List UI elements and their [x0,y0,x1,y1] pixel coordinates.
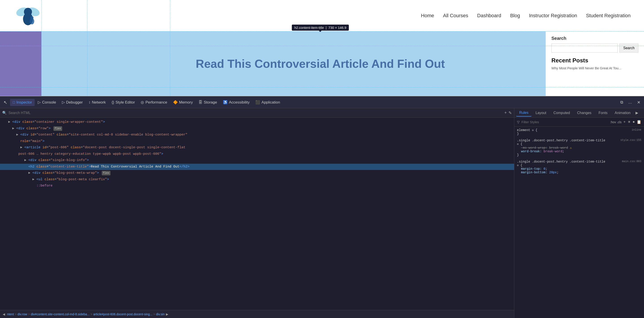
search-html-input[interactable] [8,111,502,115]
accessibility-icon: ♿ [223,100,228,105]
dark-mode-icon[interactable]: ● [632,120,635,124]
style-rule-1-selector: .single .docent-post.hentry .content-ite… [517,139,641,142]
style-editor-icon: {} [112,100,114,105]
devtools-panel: ↖ □ Inspector ▷ Console ▷ Debugger ↕ Net… [0,96,644,318]
tree-line[interactable]: ▶ <div id="content" class="site-content … [0,132,514,138]
style-prop-2-1: margin-top: 0; [521,167,641,171]
performance-icon: ◎ [141,100,144,105]
tab-animation[interactable]: Animation [612,110,634,116]
tree-line[interactable]: post-606 … hentry category-education typ… [0,151,514,158]
breadcrumb-content[interactable]: ntent [7,312,14,316]
sidebar-left [0,31,41,96]
devtools-debugger-tab[interactable]: ▷ Debugger [59,98,86,106]
pseudo-class-label: :hov .cls [610,120,622,124]
tree-line[interactable]: role="main"> [0,138,514,145]
style-rule-selector: element ⚙ { inline [517,128,641,132]
style-prop-2-2: margin-bottom: 20px; [521,171,641,174]
styles-content: element ⚙ { inline } .single .docent-pos… [514,126,644,318]
style-rule-close: } [517,132,641,136]
style-source-2: main.css:803 [622,160,641,163]
tree-line[interactable]: ▶ <ul class="blog-post-meta clearfix"> [0,176,514,183]
nav-home[interactable]: Home [421,13,434,18]
html-panel: 🔍 + ✎ ▶ <div class="container single-wra… [0,108,514,318]
tree-line[interactable]: ▶ <div class="row"> flex [0,126,514,132]
devtools-network-tab[interactable]: ↕ Network [86,99,108,106]
website-preview: Home All Courses Dashboard Blog Instruct… [0,0,644,96]
gear-icon-1[interactable]: ⚙ [517,143,518,146]
light-mode-icon[interactable]: ☀ [628,120,631,124]
add-rule-icon[interactable]: + [624,120,626,124]
debugger-label: Debugger [66,100,83,105]
devtools-inspector-tab[interactable]: □ Inspector [10,99,35,106]
nav-instructor-registration[interactable]: Instructor Registration [529,13,577,18]
breadcrumb-div-sin[interactable]: div.sin [156,312,165,316]
application-icon: ⬛ [255,100,260,105]
tab-layout[interactable]: Layout [532,110,550,116]
search-input[interactable] [552,44,618,52]
storage-label: Storage [204,100,217,105]
inspector-icon: □ [13,100,15,105]
copy-styles-icon[interactable]: 📋 [636,120,641,124]
devtools-copy-button[interactable]: ⧉ [618,98,626,106]
breadcrumb-div-row[interactable]: div.row [18,312,27,316]
tab-computed[interactable]: Computed [550,110,573,116]
tab-fonts[interactable]: Fonts [596,110,611,116]
devtools-accessibility-tab[interactable]: ♿ Accessibility [220,98,252,106]
tab-changes[interactable]: Changes [574,110,594,116]
devtools-content: 🔍 + ✎ ▶ <div class="container single-wra… [0,108,644,318]
storage-icon: 🗄 [198,100,202,105]
search-row: Search [552,44,638,52]
filter-styles-input[interactable] [522,120,608,124]
breadcrumb-article[interactable]: article#post-606.docent-post.docent-sing… [93,312,152,316]
main-content: h2.content-item-title | 730 × 146.9 Read… [41,31,599,96]
tab-rules[interactable]: Rules [516,109,532,116]
devtools-application-tab[interactable]: ⬛ Application [253,98,283,106]
breadcrumb-div-content[interactable]: div#content.site-content.col-md-8.sideba… [31,312,90,316]
style-rule-element: element ⚙ { inline } [517,128,641,136]
tree-line[interactable]: ▶ <div class="container single-wrapper-c… [0,119,514,126]
style-source-1: style.css:155 [620,139,641,142]
element-tooltip: h2.content-item-title | 730 × 146.9 [292,24,349,31]
inspector-label: Inspector [16,100,32,105]
devtools-style-editor-tab[interactable]: {} Style Editor [109,99,138,106]
style-rule-2-selector: .single .docent-post.hentry .content-ite… [517,160,641,164]
accessibility-label: Accessibility [229,100,250,105]
tree-line[interactable]: ▶ <div class="blog-post-meta-wrap"> flex [0,170,514,176]
content-area: h2.content-item-title | 730 × 146.9 Read… [0,31,644,96]
styles-tabs: Rules Layout Computed Changes Fonts Anim… [514,108,644,118]
devtools-more-button[interactable]: … [626,98,634,106]
pick-color-icon[interactable]: ✎ [508,110,512,116]
debugger-icon: ▷ [62,100,65,105]
devtools-console-tab[interactable]: ▷ Console [35,98,58,106]
nav-all-courses[interactable]: All Courses [443,13,468,18]
devtools-close-button[interactable]: ✕ [634,98,643,106]
tree-line[interactable]: ▶ <div class="single-blog-info"> [0,157,514,164]
nav-student-registration[interactable]: Student Registration [586,13,630,18]
devtools-memory-tab[interactable]: 🔶 Memory [170,98,196,106]
memory-icon: 🔶 [173,100,178,105]
devtools-pick-element[interactable]: ↖ [1,98,10,106]
devtools-storage-tab[interactable]: 🗄 Storage [196,99,220,106]
style-rule-1-close: } [517,153,641,157]
tree-line-highlighted[interactable]: <h2 class="content-item-title">Read This… [0,164,514,170]
style-rule-1: .single .docent-post.hentry .content-ite… [517,139,641,157]
performance-label: Performance [145,100,167,105]
tree-line[interactable]: ▶ <article id="post-606" class="docent-p… [0,144,514,151]
site-nav: Home All Courses Dashboard Blog Instruct… [421,13,630,18]
nav-dashboard[interactable]: Dashboard [477,13,501,18]
gear-icon-2[interactable]: ⚙ [517,164,518,167]
nav-blog[interactable]: Blog [510,13,520,18]
style-prop-1-2: word-break: break-word; [521,150,641,153]
recent-post-item: Why Most People Will Never Be Great At T… [552,66,638,70]
add-node-icon[interactable]: + [504,110,507,116]
tree-line[interactable]: ::before [0,183,514,189]
style-source-inline: inline [632,128,641,132]
devtools-performance-tab[interactable]: ◎ Performance [138,98,170,106]
gear-icon[interactable]: ⚙ [532,129,534,132]
search-button[interactable]: Search [620,44,638,52]
pick-element-icon: ↖ [4,100,8,105]
style-rule-1-gear: ⚙ { [517,142,641,146]
search-html-actions: + ✎ [504,110,512,116]
style-rule-2: .single .docent-post.hentry .content-ite… [517,160,641,174]
search-widget-label: Search [552,36,638,41]
